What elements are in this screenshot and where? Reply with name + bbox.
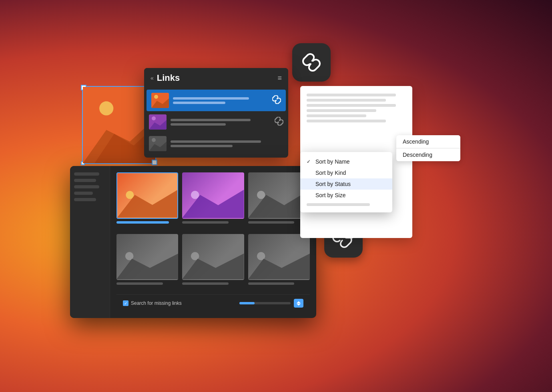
ascending-item[interactable]: Ascending [396,135,460,148]
link-thumb-1 [151,93,169,108]
link-bar-2b [171,123,226,126]
file-browser: ✓ Search for missing links [70,166,316,318]
missing-links-label: Search for missing links [131,300,182,306]
link-chain-icon-2 [275,117,283,128]
links-panel-title: Links [157,73,278,83]
file-label-1 [116,221,169,224]
file-thumb-2 [182,172,244,219]
white-panel-content [300,86,412,129]
back-button[interactable]: « [151,75,154,81]
file-grid [116,172,310,291]
missing-links-checkbox[interactable]: ✓ [123,300,128,306]
file-label-5 [182,282,229,285]
footer-scrollbar[interactable] [239,302,291,304]
link-bar-2a [171,119,251,121]
descending-item[interactable]: Descending [396,148,460,161]
file-thumb-4 [116,234,178,280]
link-item-3[interactable] [144,133,288,154]
footer-stepper[interactable] [294,299,303,308]
sort-name-check: ✓ [307,159,312,164]
svg-point-5 [154,95,158,99]
file-browser-sidebar [70,166,110,318]
file-label-4 [116,282,163,285]
panel-bar-4 [307,109,376,112]
sort-kind-label: Sort by Kind [315,170,346,176]
sort-name-label: Sort by Name [315,158,350,165]
stepper-up[interactable] [297,301,301,303]
link-chain-icon-1 [272,95,281,106]
dropdown-menu: ✓ Sort by Name Sort by Kind Sort by Stat… [300,152,392,212]
file-browser-main: ✓ Search for missing links [110,166,316,318]
panel-bar-6 [307,120,386,122]
file-cell-6[interactable] [248,234,310,292]
sort-size-item[interactable]: Sort by Size [300,190,392,201]
panel-bar-2 [307,99,386,102]
link-thumb-3 [149,136,167,151]
sort-status-item[interactable]: Sort by Status [300,178,392,190]
link-info-2 [171,119,271,126]
link-thumb-2 [149,114,167,130]
sidebar-bar-4 [74,192,93,195]
file-cell-5[interactable] [182,234,244,292]
panel-bar-5 [307,114,366,117]
file-thumb-5 [182,234,244,280]
svg-point-11 [152,138,156,142]
scrollbar-thumb [239,302,255,304]
file-cell-2[interactable] [182,172,244,230]
file-browser-footer: ✓ Search for missing links [116,294,310,312]
sidebar-bar-3 [74,185,99,188]
link-info-3 [171,140,283,147]
file-thumb-1 [116,172,178,219]
file-cell-1[interactable] [116,172,178,230]
file-label-6 [248,282,295,285]
panel-bottom-bar [307,203,370,206]
link-bar-3a [171,140,261,143]
sort-status-label: Sort by Status [315,181,351,187]
file-label-3 [248,221,295,224]
sort-kind-item[interactable]: Sort by Kind [300,167,392,178]
chain-link-icon [301,52,322,73]
svg-point-17 [257,191,265,199]
svg-point-15 [191,191,199,199]
svg-point-13 [126,191,134,199]
app-icon-top [292,43,331,82]
file-cell-4[interactable] [116,234,178,292]
stepper-down[interactable] [297,304,301,306]
links-panel-header: « Links ≡ [144,68,288,88]
links-panel-body [144,88,288,158]
links-panel-menu-button[interactable]: ≡ [277,74,282,82]
panel-bar-1 [307,94,396,96]
link-info-1 [173,97,268,104]
sidebar-bar-1 [74,172,99,176]
sort-name-item[interactable]: ✓ Sort by Name [300,156,392,167]
sort-submenu: Ascending Descending [396,135,460,161]
svg-point-8 [152,116,156,120]
file-label-2 [182,221,229,224]
footer-checkbox-area[interactable]: ✓ Search for missing links [123,300,182,306]
link-bar-3b [171,145,233,147]
link-item-1[interactable] [147,90,286,111]
file-thumb-6 [248,234,310,280]
svg-point-1 [99,101,113,115]
link-bar-1b [173,102,225,104]
links-panel: « Links ≡ [144,68,288,158]
panel-bar-3 [307,104,396,107]
sort-size-label: Sort by Size [315,192,345,198]
link-item-2[interactable] [144,111,288,133]
link-bar-1a [173,97,249,100]
sidebar-bar-2 [74,179,96,182]
sidebar-bar-5 [74,198,96,201]
